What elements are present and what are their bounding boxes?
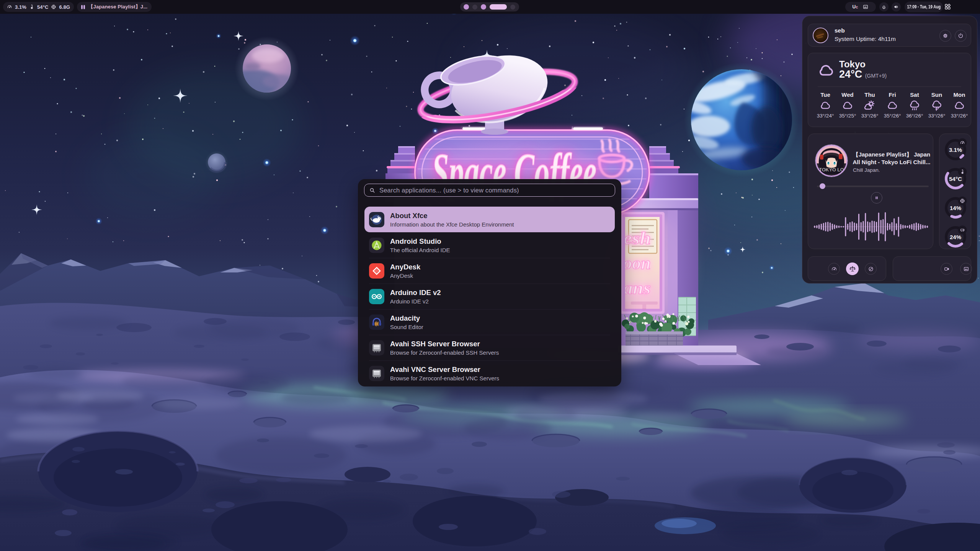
svg-text:esh: esh	[623, 228, 651, 248]
svg-text:oon: oon	[623, 253, 651, 273]
svg-text:ans: ans	[623, 278, 651, 298]
svg-text:TOKYO LO: TOKYO LO	[819, 167, 844, 173]
